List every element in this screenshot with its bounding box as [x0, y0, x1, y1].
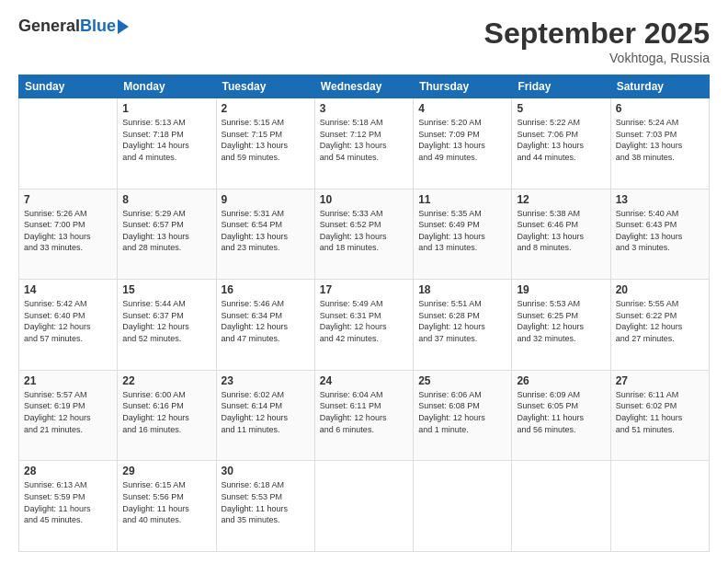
calendar-cell: 21Sunrise: 5:57 AM Sunset: 6:19 PM Dayli…	[19, 370, 118, 461]
calendar-header-sunday: Sunday	[19, 75, 118, 98]
calendar-cell: 27Sunrise: 6:11 AM Sunset: 6:02 PM Dayli…	[610, 370, 709, 461]
calendar-week-row: 7Sunrise: 5:26 AM Sunset: 7:00 PM Daylig…	[19, 189, 710, 280]
calendar-header-monday: Monday	[118, 75, 216, 98]
day-info: Sunrise: 6:18 AM Sunset: 5:53 PM Dayligh…	[222, 479, 310, 525]
day-info: Sunrise: 5:33 AM Sunset: 6:52 PM Dayligh…	[320, 208, 408, 254]
calendar-week-row: 28Sunrise: 6:13 AM Sunset: 5:59 PM Dayli…	[19, 461, 710, 552]
logo-blue-text: Blue	[80, 17, 116, 36]
day-number: 11	[418, 193, 506, 206]
day-number: 9	[222, 193, 310, 206]
calendar-cell: 15Sunrise: 5:44 AM Sunset: 6:37 PM Dayli…	[118, 280, 216, 371]
day-info: Sunrise: 6:11 AM Sunset: 6:02 PM Dayligh…	[616, 389, 704, 435]
day-number: 23	[222, 374, 310, 387]
day-info: Sunrise: 5:31 AM Sunset: 6:54 PM Dayligh…	[222, 208, 310, 254]
calendar-header-wednesday: Wednesday	[314, 75, 413, 98]
calendar-cell: 12Sunrise: 5:38 AM Sunset: 6:46 PM Dayli…	[512, 189, 610, 280]
day-info: Sunrise: 6:09 AM Sunset: 6:05 PM Dayligh…	[517, 389, 605, 435]
calendar-week-row: 14Sunrise: 5:42 AM Sunset: 6:40 PM Dayli…	[19, 280, 710, 371]
calendar-cell: 29Sunrise: 6:15 AM Sunset: 5:56 PM Dayli…	[118, 461, 216, 552]
calendar-cell: 25Sunrise: 6:06 AM Sunset: 6:08 PM Dayli…	[414, 370, 512, 461]
day-info: Sunrise: 6:00 AM Sunset: 6:16 PM Dayligh…	[122, 389, 210, 435]
day-info: Sunrise: 5:40 AM Sunset: 6:43 PM Dayligh…	[616, 208, 704, 254]
logo-general-text: General	[18, 17, 80, 36]
calendar: SundayMondayTuesdayWednesdayThursdayFrid…	[18, 75, 710, 552]
calendar-cell: 26Sunrise: 6:09 AM Sunset: 6:05 PM Dayli…	[512, 370, 610, 461]
logo-arrow-icon	[118, 19, 129, 34]
day-number: 13	[616, 193, 704, 206]
calendar-cell: 18Sunrise: 5:51 AM Sunset: 6:28 PM Dayli…	[414, 280, 512, 371]
day-info: Sunrise: 5:22 AM Sunset: 7:06 PM Dayligh…	[517, 117, 605, 163]
day-number: 15	[122, 283, 210, 296]
day-number: 26	[517, 374, 605, 387]
day-number: 14	[24, 283, 112, 296]
day-info: Sunrise: 5:26 AM Sunset: 7:00 PM Dayligh…	[24, 208, 112, 254]
calendar-cell: 2Sunrise: 5:15 AM Sunset: 7:15 PM Daylig…	[216, 98, 314, 190]
day-number: 3	[320, 102, 408, 115]
calendar-cell: 17Sunrise: 5:49 AM Sunset: 6:31 PM Dayli…	[314, 280, 413, 371]
calendar-cell: 22Sunrise: 6:00 AM Sunset: 6:16 PM Dayli…	[118, 370, 216, 461]
calendar-header-friday: Friday	[512, 75, 610, 98]
calendar-cell	[19, 98, 118, 190]
calendar-week-row: 21Sunrise: 5:57 AM Sunset: 6:19 PM Dayli…	[19, 370, 710, 461]
calendar-cell: 5Sunrise: 5:22 AM Sunset: 7:06 PM Daylig…	[512, 98, 610, 190]
calendar-cell	[414, 461, 512, 552]
day-info: Sunrise: 5:55 AM Sunset: 6:22 PM Dayligh…	[616, 298, 704, 344]
day-number: 21	[24, 374, 112, 387]
day-number: 18	[418, 283, 506, 296]
day-number: 24	[320, 374, 408, 387]
calendar-cell: 3Sunrise: 5:18 AM Sunset: 7:12 PM Daylig…	[314, 98, 413, 190]
day-info: Sunrise: 5:15 AM Sunset: 7:15 PM Dayligh…	[222, 117, 310, 163]
day-number: 4	[418, 102, 506, 115]
day-info: Sunrise: 5:49 AM Sunset: 6:31 PM Dayligh…	[320, 298, 408, 344]
calendar-cell: 1Sunrise: 5:13 AM Sunset: 7:18 PM Daylig…	[118, 98, 216, 190]
day-number: 1	[122, 102, 210, 115]
day-number: 27	[616, 374, 704, 387]
day-number: 25	[418, 374, 506, 387]
calendar-cell: 28Sunrise: 6:13 AM Sunset: 5:59 PM Dayli…	[19, 461, 118, 552]
calendar-cell	[314, 461, 413, 552]
day-number: 8	[122, 193, 210, 206]
calendar-cell: 30Sunrise: 6:18 AM Sunset: 5:53 PM Dayli…	[216, 461, 314, 552]
day-info: Sunrise: 5:38 AM Sunset: 6:46 PM Dayligh…	[517, 208, 605, 254]
location: Vokhtoga, Russia	[484, 51, 710, 65]
calendar-header-saturday: Saturday	[610, 75, 709, 98]
calendar-cell	[610, 461, 709, 552]
header: General Blue September 2025 Vokhtoga, Ru…	[18, 17, 710, 65]
calendar-cell: 14Sunrise: 5:42 AM Sunset: 6:40 PM Dayli…	[19, 280, 118, 371]
day-info: Sunrise: 5:42 AM Sunset: 6:40 PM Dayligh…	[24, 298, 112, 344]
day-number: 28	[24, 465, 112, 477]
calendar-cell: 13Sunrise: 5:40 AM Sunset: 6:43 PM Dayli…	[610, 189, 709, 280]
day-number: 29	[122, 465, 210, 477]
day-info: Sunrise: 5:13 AM Sunset: 7:18 PM Dayligh…	[122, 117, 210, 163]
day-number: 19	[517, 283, 605, 296]
day-info: Sunrise: 5:53 AM Sunset: 6:25 PM Dayligh…	[517, 298, 605, 344]
calendar-cell: 24Sunrise: 6:04 AM Sunset: 6:11 PM Dayli…	[314, 370, 413, 461]
day-info: Sunrise: 6:06 AM Sunset: 6:08 PM Dayligh…	[418, 389, 506, 435]
page: General Blue September 2025 Vokhtoga, Ru…	[0, 0, 728, 563]
day-number: 12	[517, 193, 605, 206]
day-info: Sunrise: 6:15 AM Sunset: 5:56 PM Dayligh…	[122, 479, 210, 525]
day-info: Sunrise: 6:04 AM Sunset: 6:11 PM Dayligh…	[320, 389, 408, 435]
day-number: 16	[222, 283, 310, 296]
title-section: September 2025 Vokhtoga, Russia	[484, 17, 710, 65]
day-number: 30	[222, 465, 310, 477]
day-number: 6	[616, 102, 704, 115]
calendar-cell: 7Sunrise: 5:26 AM Sunset: 7:00 PM Daylig…	[19, 189, 118, 280]
day-info: Sunrise: 5:57 AM Sunset: 6:19 PM Dayligh…	[24, 389, 112, 435]
day-info: Sunrise: 5:18 AM Sunset: 7:12 PM Dayligh…	[320, 117, 408, 163]
day-info: Sunrise: 5:44 AM Sunset: 6:37 PM Dayligh…	[122, 298, 210, 344]
day-info: Sunrise: 6:13 AM Sunset: 5:59 PM Dayligh…	[24, 479, 112, 525]
calendar-header-tuesday: Tuesday	[216, 75, 314, 98]
calendar-cell: 16Sunrise: 5:46 AM Sunset: 6:34 PM Dayli…	[216, 280, 314, 371]
calendar-cell: 23Sunrise: 6:02 AM Sunset: 6:14 PM Dayli…	[216, 370, 314, 461]
day-number: 22	[122, 374, 210, 387]
day-number: 20	[616, 283, 704, 296]
calendar-cell	[512, 461, 610, 552]
day-number: 7	[24, 193, 112, 206]
day-info: Sunrise: 5:46 AM Sunset: 6:34 PM Dayligh…	[222, 298, 310, 344]
calendar-header-thursday: Thursday	[414, 75, 512, 98]
day-number: 17	[320, 283, 408, 296]
calendar-cell: 8Sunrise: 5:29 AM Sunset: 6:57 PM Daylig…	[118, 189, 216, 280]
day-info: Sunrise: 5:29 AM Sunset: 6:57 PM Dayligh…	[122, 208, 210, 254]
calendar-cell: 9Sunrise: 5:31 AM Sunset: 6:54 PM Daylig…	[216, 189, 314, 280]
